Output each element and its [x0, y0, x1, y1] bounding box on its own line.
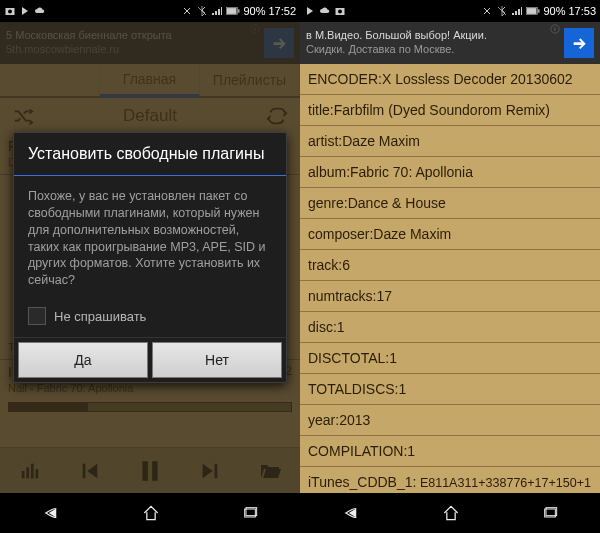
metadata-row[interactable]: ENCODER: X Lossless Decoder 20130602 — [300, 64, 600, 95]
metadata-key: iTunes_CDDB_1: — [308, 474, 416, 490]
camera-icon — [334, 5, 346, 17]
metadata-value: 1 — [389, 350, 397, 366]
metadata-value: 17 — [376, 288, 392, 304]
progress-bar[interactable] — [8, 402, 292, 412]
svg-point-16 — [338, 10, 342, 14]
signal-icon — [511, 5, 523, 17]
ad-info-icon[interactable]: i — [550, 24, 560, 34]
svg-rect-18 — [527, 8, 537, 14]
metadata-value: Fabric 70: Apollonia — [350, 164, 473, 180]
next-button[interactable] — [187, 453, 233, 489]
ad-line2: Скидки. Доставка по Москве. — [306, 43, 564, 57]
metadata-row[interactable]: DISCTOTAL: 1 — [300, 343, 600, 374]
track-row[interactable]: I've Been There4:42 Nail - Fabric 70: Ap… — [0, 360, 300, 400]
metadata-row[interactable]: TOTALDISCS: 1 — [300, 374, 600, 405]
svg-rect-12 — [152, 461, 157, 481]
metadata-row[interactable]: year: 2013 — [300, 405, 600, 436]
svg-rect-9 — [31, 463, 34, 478]
ad-banner[interactable]: в М.Видео. Большой выбор! Акции. Скидки.… — [300, 22, 600, 64]
status-bar: 90% 17:52 — [0, 0, 300, 22]
battery-percent: 90% — [543, 5, 565, 17]
metadata-key: track: — [308, 257, 342, 273]
metadata-row[interactable]: artist: Daze Maxim — [300, 126, 600, 157]
clock: 17:53 — [568, 5, 596, 17]
track-subtitle: Daze Maxim - Fabric 70: Apollonia — [8, 156, 292, 168]
svg-point-1 — [8, 10, 12, 14]
metadata-row[interactable]: album: Fabric 70: Apollonia — [300, 157, 600, 188]
track-row[interactable]: The Mole - Fabric 70: Apollonia — [0, 335, 300, 360]
tab-main[interactable]: Главная — [100, 64, 200, 98]
nav-bar — [300, 493, 600, 533]
metadata-key: album: — [308, 164, 350, 180]
play-icon — [19, 5, 31, 17]
status-bar: 90% 17:53 — [300, 0, 600, 22]
ad-line1: в М.Видео. Большой выбор! Акции. — [306, 29, 564, 43]
clock: 17:52 — [268, 5, 296, 17]
recent-button[interactable] — [240, 505, 260, 521]
tab-bar: Главная Плейлисты — [0, 64, 300, 98]
svg-rect-8 — [26, 467, 29, 478]
phone-left: 90% 17:52 5 Московская биеннале открыта … — [0, 0, 300, 533]
metadata-key: DISCTOTAL: — [308, 350, 389, 366]
home-button[interactable] — [441, 503, 461, 523]
track-subtitle: Nail - Fabric 70: Apollonia — [8, 382, 292, 394]
play-icon — [304, 5, 316, 17]
metadata-value: Daze Maxim — [373, 226, 451, 242]
cloud-icon — [319, 5, 331, 17]
metadata-row[interactable]: disc: 1 — [300, 312, 600, 343]
prev-button[interactable] — [67, 453, 113, 489]
home-button[interactable] — [141, 503, 161, 523]
camera-icon — [4, 5, 16, 17]
metadata-list[interactable]: ENCODER: X Lossless Decoder 20130602titl… — [300, 64, 600, 493]
playlist-title: Default — [123, 106, 177, 126]
track-row[interactable]: Farbfilm (Dyed Soundorom Remix) Daze Max… — [0, 134, 300, 175]
metadata-value: 1 — [399, 381, 407, 397]
metadata-key: disc: — [308, 319, 337, 335]
back-button[interactable] — [340, 504, 362, 522]
metadata-key: COMPILATION: — [308, 443, 407, 459]
battery-icon — [226, 6, 240, 16]
open-folder-button[interactable] — [247, 453, 293, 489]
ad-arrow-button[interactable] — [564, 28, 594, 58]
metadata-row[interactable]: numtracks: 17 — [300, 281, 600, 312]
track-list[interactable]: Farbfilm (Dyed Soundorom Remix) Daze Max… — [0, 134, 300, 447]
ad-banner[interactable]: 5 Московская биеннале открыта 5th.moscow… — [0, 22, 300, 64]
ad-arrow-button[interactable] — [264, 28, 294, 58]
metadata-value: X Lossless Decoder 20130602 — [382, 71, 573, 87]
eq-button[interactable] — [7, 453, 53, 489]
metadata-row[interactable]: track: 6 — [300, 250, 600, 281]
metadata-value: 2013 — [339, 412, 370, 428]
metadata-value: 1 — [407, 443, 415, 459]
repeat-icon[interactable] — [264, 105, 290, 127]
back-button[interactable] — [40, 504, 62, 522]
metadata-row[interactable]: title: Farbfilm (Dyed Soundorom Remix) — [300, 95, 600, 126]
metadata-row[interactable]: iTunes_CDDB_1: E811A311+338776+17+150+18… — [300, 467, 600, 493]
pause-button[interactable] — [127, 453, 173, 489]
metadata-row[interactable]: COMPILATION: 1 — [300, 436, 600, 467]
tab-left[interactable] — [0, 64, 100, 96]
nav-bar — [0, 493, 300, 533]
shuffle-icon[interactable] — [10, 105, 36, 127]
metadata-key: artist: — [308, 133, 342, 149]
metadata-value: Farbfilm (Dyed Soundorom Remix) — [334, 102, 550, 118]
metadata-key: TOTALDISCS: — [308, 381, 399, 397]
phone-right: 90% 17:53 в М.Видео. Большой выбор! Акци… — [300, 0, 600, 533]
recent-button[interactable] — [540, 505, 560, 521]
metadata-key: numtracks: — [308, 288, 376, 304]
track-title: I've Been There — [8, 364, 106, 380]
svg-rect-19 — [539, 9, 540, 13]
track-duration: 4:42 — [269, 364, 292, 380]
svg-rect-3 — [227, 8, 237, 14]
metadata-value: Dance & House — [348, 195, 446, 211]
svg-text:i: i — [554, 26, 555, 32]
ad-info-icon[interactable]: i — [250, 24, 260, 34]
nfc-icon — [181, 5, 193, 17]
player-controls — [0, 447, 300, 493]
metadata-row[interactable]: genre: Dance & House — [300, 188, 600, 219]
ad-line1: 5 Московская биеннале открыта — [6, 29, 264, 43]
svg-rect-4 — [239, 9, 240, 13]
tab-playlists[interactable]: Плейлисты — [200, 64, 300, 96]
battery-percent: 90% — [243, 5, 265, 17]
metadata-row[interactable]: composer: Daze Maxim — [300, 219, 600, 250]
nfc-icon — [481, 5, 493, 17]
